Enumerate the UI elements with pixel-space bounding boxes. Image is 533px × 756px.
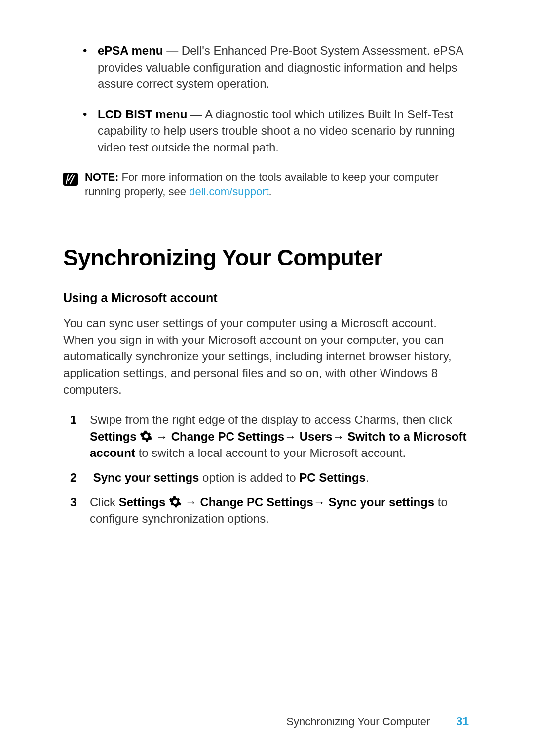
step-1-arrow1: → [152, 430, 171, 443]
step-3-arrow1: → [182, 495, 200, 509]
step-3-num: 3 [70, 494, 76, 511]
note-icon [63, 171, 79, 187]
note-text: NOTE: For more information on the tools … [85, 170, 469, 200]
step-1-users: Users [300, 430, 333, 443]
step-1-a: Swipe from the right edge of the display… [90, 413, 452, 426]
step-1-arrow2: → [284, 430, 300, 443]
bullet-epsa-title: ePSA menu [98, 44, 163, 57]
bullet-epsa: ePSA menu — Dell's Enhanced Pre-Boot Sys… [83, 42, 469, 92]
step-1-arrow3: → [332, 430, 347, 443]
step-3-arrow2: → [313, 495, 329, 509]
step-3: 3 Click Settings → Change PC Settings→ S… [70, 494, 469, 527]
step-2: 2 Sync your settings option is added to … [70, 469, 469, 486]
footer-page-number: 31 [456, 715, 469, 728]
step-2-b: option is added to [199, 471, 299, 484]
diagnostic-bullet-list: ePSA menu — Dell's Enhanced Pre-Boot Sys… [83, 42, 469, 156]
gear-icon [140, 430, 152, 443]
steps-list: 1 Swipe from the right edge of the displ… [70, 412, 469, 527]
step-2-pc: PC Settings [299, 471, 366, 484]
bullet-lcd-bist: LCD BIST menu — A diagnostic tool which … [83, 106, 469, 156]
footer-label: Synchronizing Your Computer [286, 716, 430, 728]
document-page: ePSA menu — Dell's Enhanced Pre-Boot Sys… [0, 0, 533, 527]
footer-divider [443, 717, 443, 727]
step-1-f: to switch a local account to your Micros… [135, 446, 406, 459]
gear-icon [169, 495, 182, 508]
step-1-change: Change PC Settings [171, 430, 284, 443]
step-3-sync: Sync your settings [328, 495, 434, 509]
step-1-num: 1 [70, 412, 76, 428]
note-block: NOTE: For more information on the tools … [63, 170, 469, 200]
step-3-change: Change PC Settings [200, 495, 313, 509]
page-footer: Synchronizing Your Computer 31 [286, 715, 469, 728]
note-after: . [269, 186, 272, 198]
page-heading: Synchronizing Your Computer [63, 244, 469, 271]
step-2-d: . [366, 471, 369, 484]
intro-paragraph: You can sync user settings of your compu… [63, 315, 469, 398]
sub-heading: Using a Microsoft account [63, 291, 469, 305]
bullet-lcd-title: LCD BIST menu [98, 108, 187, 121]
note-link[interactable]: dell.com/support [189, 186, 268, 198]
note-label: NOTE: [85, 171, 118, 183]
step-1: 1 Swipe from the right edge of the displ… [70, 412, 469, 461]
step-3-settings: Settings [119, 495, 166, 509]
step-2-sync: Sync your settings [93, 471, 199, 484]
step-1-settings: Settings [90, 430, 137, 443]
step-2-num: 2 [70, 469, 76, 486]
step-3-a: Click [90, 495, 119, 509]
